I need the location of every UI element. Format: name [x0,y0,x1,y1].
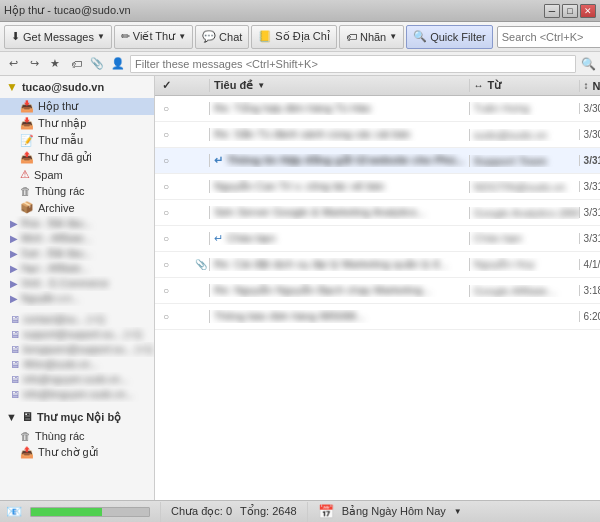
table-row[interactable]: ○ Thông báo đơn hàng 885088... 6:20 AM [155,304,600,330]
title-text: Hộp thư - tucao@sudo.vn [4,4,544,17]
address-book-icon: 📒 [258,30,272,43]
chat-button[interactable]: 💬 Chat [195,25,249,49]
filter-reply-btn[interactable]: ↩ [4,55,22,73]
more-account-1[interactable]: 🖥 contact@su... (+1) [0,312,154,327]
folder-sent[interactable]: 📤 Thư đã gửi [0,149,154,166]
more-account-2[interactable]: 🖥 support@support.su... (+1) [0,327,154,342]
sub-account-icon: 🖥 [10,329,20,340]
compose-button[interactable]: ✏ Viết Thư ▼ [114,25,193,49]
email-list: ○ Re: Tổng hợp đơn hàng Tú Hào Tuấn Hưng… [155,96,600,500]
filter-bar: ↩ ↪ ★ 🏷 📎 👤 🔍 [0,52,600,76]
col-check-header: ✓ [155,79,177,92]
table-row[interactable]: ○ Re: Sắn Tú đánh sánh cùng các cái bàn … [155,122,600,148]
sub-account-1[interactable]: ▶ Rùa - Bắt đầu... [0,216,154,231]
section-icon: 🖥 [21,410,33,424]
sub-account-icon: 🖥 [10,344,20,355]
toolbar: ⬇ Get Messages ▼ ✏ Viết Thư ▼ 💬 Chat 📒 S… [0,22,600,52]
sub-account-6[interactable]: ▶ Nguyễn.v.n... [0,291,154,306]
account-label: tucao@sudo.vn [22,81,104,93]
sent-icon: 📤 [20,151,34,164]
progress-bar [31,508,102,516]
sub-account-icon: 🖥 [10,374,20,385]
sub-account-icon: ▶ [10,233,18,244]
close-button[interactable]: ✕ [580,4,596,18]
main-layout: ▼ tucao@sudo.vn 📥 Hộp thư 📥 Thư nhập 📝 T… [0,76,600,500]
sub-account-icon: ▶ [10,278,18,289]
folder-drafts[interactable]: 📝 Thư mẫu [0,132,154,149]
tags-dropdown-icon: ▼ [389,32,397,41]
folder-name: Spam [34,169,63,181]
sub-account-icon: 🖥 [10,314,20,325]
sub-account-3[interactable]: ▶ Sơn - Bắt đầu... [0,246,154,261]
calendar-label: Bảng Ngày Hôm Nay [342,505,446,518]
section-expand-icon: ▼ [6,411,17,423]
status-icon: 📧 [6,504,22,519]
table-row[interactable]: ○ Re: Tổng hợp đơn hàng Tú Hào Tuấn Hưng… [155,96,600,122]
filter-star-btn[interactable]: ★ [46,55,64,73]
more-account-5[interactable]: 🖥 info@nguyen.sudo.vn... [0,372,154,387]
trash-icon: 🗑 [20,185,31,197]
table-row[interactable]: ○ ↵ Chào bạn Chào bạn 3/31/2017 9:58 PM [155,226,600,252]
table-row[interactable]: ○ ↵ Thông tin Hợp đồng gửi từ website ch… [155,148,600,174]
minimize-button[interactable]: ─ [544,4,560,18]
tags-button[interactable]: 🏷 Nhãn ▼ [339,25,404,49]
archive-icon: 📦 [20,201,34,214]
folder-inbox[interactable]: 📥 Hộp thư [0,98,154,115]
folder-trash[interactable]: 🗑 Thùng rác [0,183,154,199]
more-account-3[interactable]: 🖥 bongquen@support.su... (+1) [0,342,154,357]
internal-outbox[interactable]: 📤 Thư chờ gửi [0,444,154,461]
folder-name: Archive [38,202,75,214]
folder-incoming[interactable]: 📥 Thư nhập [0,115,154,132]
quick-filter-button[interactable]: 🔍 Quick Filter [406,25,493,49]
spam-icon: ⚠ [20,168,30,181]
status-bar: 📧 Chưa đọc: 0 Tổng: 2648 📅 Bảng Ngày Hôm… [0,500,600,522]
search-wrapper: 🔍 [497,26,600,48]
filter-attach-btn[interactable]: 📎 [88,55,106,73]
table-row[interactable]: ○ Sơn Server Google & Marketing Analytic… [155,200,600,226]
account-header: ▼ tucao@sudo.vn [0,76,154,98]
internal-section-header: ▼ 🖥 Thư mục Nội bộ [0,406,154,428]
table-row[interactable]: ○ 📎 Re: Cài đặt dịch vụ đại lý Marketing… [155,252,600,278]
progress-container [30,507,150,517]
filter-input[interactable] [130,55,576,73]
sub-account-4[interactable]: ▶ Hẹn - Affiliate... [0,261,154,276]
sub-account-icon: ▶ [10,218,18,229]
sub-account-icon: 🖥 [10,359,20,370]
address-book-button[interactable]: 📒 Số Địa Chỉ [251,25,337,49]
sub-account-icon: ▶ [10,263,18,274]
dropdown-icon: ▼ [97,32,105,41]
folder-name: Thùng rác [35,430,85,442]
sub-account-icon: ▶ [10,248,18,259]
maximize-button[interactable]: □ [562,4,578,18]
col-date-header[interactable]: ↕ Ngày ⬇ [579,80,600,92]
internal-outbox-icon: 📤 [20,446,34,459]
filter-tag-btn[interactable]: 🏷 [67,55,85,73]
col-from-header[interactable]: ↔ Từ [469,79,579,92]
sub-account-icon: 🖥 [10,389,20,400]
get-messages-button[interactable]: ⬇ Get Messages ▼ [4,25,112,49]
sub-account-5[interactable]: ▶ Vinh - E-Commerce [0,276,154,291]
title-bar-buttons: ─ □ ✕ [544,4,596,18]
folder-spam[interactable]: ⚠ Spam [0,166,154,183]
sidebar: ▼ tucao@sudo.vn 📥 Hộp thư 📥 Thư nhập 📝 T… [0,76,155,500]
filter-icon: 🔍 [413,30,427,43]
unread-count: Chưa đọc: 0 [171,505,232,518]
total-count: Tổng: 2648 [240,505,297,518]
more-account-6[interactable]: 🖥 info@bnguyen.sudo.vn... [0,387,154,402]
folder-name: Hộp thư [38,100,78,113]
more-account-4[interactable]: 🖥 4thin@sudo.vn... [0,357,154,372]
filter-contact-btn[interactable]: 👤 [109,55,127,73]
table-row[interactable]: ○ Re: Nguyễn Nguyễn Bạch chạy Marketing.… [155,278,600,304]
table-row[interactable]: ○ Nguyễn Can Trí v. công tác về bàn NDGT… [155,174,600,200]
search-input[interactable] [497,26,600,48]
internal-trash[interactable]: 🗑 Thùng rác [0,428,154,444]
email-table-header: ✓ Tiêu đề ▼ ↔ Từ ↕ Ngày ⬇ [155,76,600,96]
sub-account-2[interactable]: ▶ Minh - Affiliate... [0,231,154,246]
filter-forward-btn[interactable]: ↪ [25,55,43,73]
compose-dropdown-icon: ▼ [178,32,186,41]
folder-archive[interactable]: 📦 Archive [0,199,154,216]
col-subject-header[interactable]: Tiêu đề ▼ [209,79,469,92]
compose-icon: ✏ [121,30,130,43]
internal-trash-icon: 🗑 [20,430,31,442]
email-list-pane: ✓ Tiêu đề ▼ ↔ Từ ↕ Ngày ⬇ ○ Re [155,76,600,500]
